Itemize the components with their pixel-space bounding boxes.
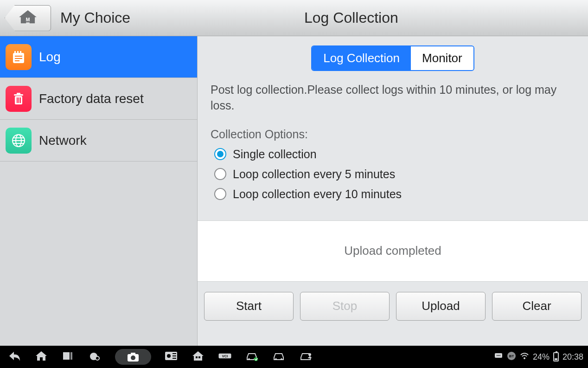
upload-button[interactable]: Upload [396,292,486,321]
message-icon[interactable] [494,351,503,363]
options-title: Collection Options: [211,128,575,141]
option-label: Loop collection every 5 minutes [233,168,395,181]
back-icon[interactable] [7,350,21,364]
radio-icon [214,168,226,180]
header-left-title: My Choice [60,9,130,26]
svg-point-37 [275,358,277,360]
car-icon[interactable] [272,350,286,364]
system-navbar: VCI BT 24% 20:38 [0,346,588,368]
svg-rect-27 [131,353,135,355]
radio-icon [214,188,226,200]
option-label: Single collection [233,148,317,161]
svg-rect-3 [14,51,16,54]
svg-text:M: M [26,17,30,22]
svg-text:VCI: VCI [222,354,228,358]
battery-icon [553,352,559,362]
house-icon[interactable] [191,350,205,364]
action-row: Start Stop Upload Clear [198,282,588,325]
svg-rect-20 [63,352,70,360]
svg-point-46 [524,357,525,359]
svg-point-43 [499,355,500,356]
vci-icon[interactable]: VCI [218,350,232,364]
sidebar-item-factory-reset[interactable]: Factory data reset [0,78,197,120]
app-header: M My Choice Log Collection [0,0,588,36]
wifi-icon [520,351,529,363]
tab-monitor[interactable]: Monitor [411,46,473,70]
notepad-icon [6,44,32,70]
svg-point-41 [497,355,498,356]
svg-rect-8 [15,60,19,61]
recent-apps-icon[interactable] [61,350,75,364]
home-m-icon: M [17,9,38,27]
option-label: Loop collection every 10 minutes [233,187,402,201]
header-right-title: Log Collection [304,9,398,26]
cloud-icon[interactable] [88,350,102,364]
svg-rect-7 [15,58,22,59]
svg-point-38 [281,358,282,360]
radio-icon [214,148,226,160]
svg-rect-14 [20,97,21,103]
sidebar-item-network[interactable]: Network [0,120,197,161]
sidebar-item-label: Network [39,133,87,148]
svg-point-29 [167,354,171,358]
home-icon[interactable] [34,350,48,364]
car-person-icon[interactable] [299,350,313,364]
svg-text:BT: BT [509,354,514,358]
svg-rect-31 [198,356,200,358]
svg-rect-13 [19,97,19,103]
svg-rect-21 [70,352,72,360]
sidebar-item-log[interactable]: Log [0,36,197,78]
globe-icon [6,128,32,154]
start-button[interactable]: Start [204,292,294,321]
description-text: Post log collection.Please collect logs … [211,82,575,114]
svg-point-34 [248,358,250,360]
brightness-icon[interactable] [164,350,178,364]
svg-rect-5 [20,51,21,54]
option-single-collection[interactable]: Single collection [214,148,575,161]
svg-rect-10 [14,94,23,96]
svg-rect-6 [15,56,22,57]
svg-point-24 [96,357,99,360]
sidebar-item-label: Factory data reset [39,91,144,106]
svg-point-39 [308,353,311,356]
camera-icon[interactable] [115,349,151,365]
svg-rect-30 [196,356,198,358]
tab-log-collection[interactable]: Log Collection [312,46,411,70]
status-text: Upload completed [198,220,588,282]
svg-rect-12 [17,97,18,103]
car-check-icon[interactable] [245,350,259,364]
option-loop-5min[interactable]: Loop collection every 5 minutes [214,168,575,181]
bluetooth-badge-icon: BT [507,351,516,363]
svg-rect-4 [17,51,19,54]
clear-button[interactable]: Clear [492,292,582,321]
svg-point-42 [498,355,499,356]
sidebar-item-label: Log [39,50,61,65]
battery-percent: 24% [533,352,550,362]
main-panel: Log Collection Monitor Post log collecti… [198,36,588,346]
stop-button[interactable]: Stop [300,292,390,321]
svg-rect-11 [17,93,20,94]
tab-bar: Log Collection Monitor [198,36,588,82]
home-back-button[interactable]: M [5,5,51,31]
trash-icon [6,86,32,112]
svg-point-26 [131,355,135,360]
sidebar: Log Factory data reset Network [0,36,198,346]
option-loop-10min[interactable]: Loop collection every 10 minutes [214,187,575,201]
clock: 20:38 [562,352,583,362]
